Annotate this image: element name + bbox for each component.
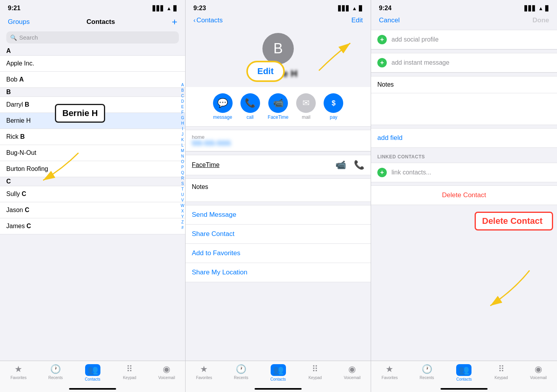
mail-button[interactable]: ✉ mail	[296, 93, 316, 120]
facetime-row-label[interactable]: FaceTime	[192, 162, 220, 169]
tab-recents-label-3: Recents	[420, 376, 434, 380]
list-item[interactable]: Apple Inc.	[0, 56, 185, 72]
tab-voicemail-1[interactable]: ◉ Voicemail	[148, 364, 185, 380]
add-favorites-link[interactable]: Add to Favorites	[186, 244, 371, 263]
edit-button[interactable]: Edit	[351, 16, 363, 24]
mail-icon: ✉	[296, 93, 316, 113]
link-contacts-label: link contacts...	[391, 169, 431, 176]
add-social-icon: +	[377, 35, 387, 44]
share-contact-link[interactable]: Share Contact	[186, 225, 371, 244]
tab-favorites-2[interactable]: ★ Favorites	[186, 364, 222, 380]
contacts-icon: 👥	[85, 364, 100, 376]
keypad-icon-2: ⠿	[312, 364, 318, 374]
voicemail-icon-3: ◉	[535, 364, 542, 374]
link-contacts-icon: +	[377, 168, 387, 177]
instant-message-section: + add instant message	[371, 53, 557, 73]
recents-icon-3: 🕐	[422, 364, 432, 374]
tab-bar-1: ★ Favorites 🕐 Recents 👥 Contacts ⠿ Keypa…	[0, 361, 185, 392]
tab-contacts-2[interactable]: 👥 Contacts	[260, 364, 297, 381]
tab-keypad-2[interactable]: ⠿ Keypad	[297, 364, 333, 380]
tab-contacts-3[interactable]: 👥 Contacts	[446, 364, 483, 381]
battery-icon-3: ▊	[545, 5, 549, 11]
delete-callout: Delete Contact	[475, 212, 553, 230]
back-button[interactable]: ‹ Contacts	[193, 16, 223, 24]
tab-voicemail-3[interactable]: ◉ Voicemail	[520, 364, 557, 380]
tab-bar-3: ★ Favorites 🕐 Recents 👥 Contacts ⠿ Keypa…	[371, 361, 557, 392]
facetime-audio-icon[interactable]: 📞	[354, 160, 364, 170]
tab-favorites-1[interactable]: ★ Favorites	[0, 364, 37, 380]
tab-recents-3[interactable]: 🕐 Recents	[408, 364, 446, 380]
facetime-button[interactable]: 📹 FaceTime	[268, 93, 289, 120]
voicemail-icon-2: ◉	[348, 364, 356, 374]
keypad-icon-3: ⠿	[498, 364, 504, 374]
add-social-label: add social profile	[391, 36, 439, 43]
tab-favorites-3[interactable]: ★ Favorites	[371, 364, 408, 380]
tab-keypad-label-3: Keypad	[495, 376, 508, 380]
status-icons-2: ▋▋▋ ▲ ▊	[338, 5, 363, 11]
favorites-icon-3: ★	[386, 364, 393, 374]
add-social-row[interactable]: + add social profile	[371, 30, 557, 49]
battery-icon-2: ▊	[359, 5, 363, 11]
list-item[interactable]: Jason C	[0, 202, 185, 218]
facetime-icon: 📹	[268, 93, 288, 113]
tab-voicemail-2[interactable]: ◉ Voicemail	[334, 364, 371, 380]
tab-keypad-3[interactable]: ⠿ Keypad	[482, 364, 520, 380]
alpha-index[interactable]: ABC DEF GHI JKL MNO PQR STU VWX YZ#	[181, 82, 184, 230]
tab-recents-label-2: Recents	[234, 376, 248, 380]
send-message-link[interactable]: Send Message	[186, 205, 371, 225]
add-contact-button[interactable]: +	[172, 16, 177, 27]
delete-arrow	[475, 267, 537, 314]
notes-edit-area[interactable]	[371, 93, 557, 125]
phone-number[interactable]: 555-555-5555	[192, 140, 364, 147]
mail-label: mail	[302, 114, 310, 120]
done-button[interactable]: Done	[533, 16, 550, 24]
list-item[interactable]: Bug-N-Out	[0, 145, 185, 161]
list-item[interactable]: James C	[0, 218, 185, 234]
contacts-header: Groups Contacts +	[0, 13, 185, 30]
tab-keypad-1[interactable]: ⠿ Keypad	[111, 364, 148, 380]
voicemail-icon: ◉	[163, 364, 170, 374]
delete-contact-button[interactable]: Delete Contact	[371, 185, 557, 205]
groups-button[interactable]: Groups	[8, 18, 30, 26]
add-instant-label: add instant message	[391, 59, 450, 66]
action-buttons: 💬 message 📞 call 📹 FaceTime ✉ mail $ pay	[186, 87, 371, 127]
bernie-h-label: Bernie H	[62, 108, 98, 118]
tab-recents-2[interactable]: 🕐 Recents	[222, 364, 259, 380]
tab-recents-1[interactable]: 🕐 Recents	[37, 364, 74, 380]
message-icon: 💬	[213, 93, 233, 113]
list-item[interactable]: Sully C	[0, 186, 185, 202]
linked-contacts-header: LINKED CONTACTS	[371, 151, 557, 163]
search-bar[interactable]: 🔍 Search	[6, 31, 179, 44]
message-button[interactable]: 💬 message	[213, 93, 233, 120]
tab-keypad-label-2: Keypad	[308, 376, 322, 380]
wifi-icon: ▲	[166, 5, 171, 11]
tab-favorites-label-1: Favorites	[11, 376, 27, 380]
add-instant-row[interactable]: + add instant message	[371, 53, 557, 73]
recents-icon: 🕐	[50, 364, 61, 374]
home-indicator-1	[69, 388, 116, 390]
signal-icon-3: ▋▋▋	[524, 5, 536, 11]
list-item[interactable]: Rick B	[0, 129, 185, 145]
call-button[interactable]: 📞 call	[240, 93, 260, 120]
add-field-button[interactable]: add field	[371, 128, 557, 148]
contacts-title: Contacts	[87, 18, 115, 26]
pay-button[interactable]: $ pay	[324, 93, 343, 120]
add-instant-icon: +	[377, 58, 387, 67]
facetime-video-icon[interactable]: 📹	[335, 160, 346, 170]
social-profile-section: + add social profile	[371, 30, 557, 50]
share-location-link[interactable]: Share My Location	[186, 263, 371, 282]
recents-icon-2: 🕐	[236, 364, 246, 374]
list-item[interactable]: Burton Roofing	[0, 161, 185, 177]
tab-voicemail-label-3: Voicemail	[530, 376, 547, 380]
tab-contacts-1[interactable]: 👥 Contacts	[74, 364, 111, 381]
bernie-h-callout: Bernie H	[55, 104, 105, 123]
tab-favorites-label-2: Favorites	[196, 376, 212, 380]
notes-row: Notes	[186, 178, 371, 202]
status-bar-3: 9:24 ▋▋▋ ▲ ▊	[371, 0, 557, 13]
cancel-button[interactable]: Cancel	[379, 16, 400, 24]
detail-header: ‹ Contacts Edit	[186, 13, 371, 27]
link-contacts-row[interactable]: + link contacts...	[371, 163, 557, 182]
list-item[interactable]: Bob A	[0, 72, 185, 88]
tab-contacts-label-1: Contacts	[85, 377, 100, 381]
tab-favorites-label-3: Favorites	[382, 376, 398, 380]
